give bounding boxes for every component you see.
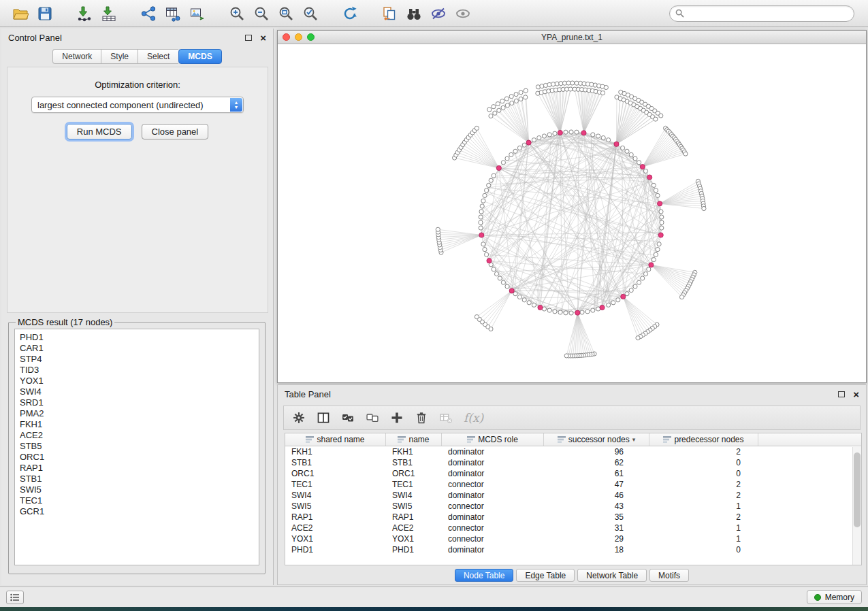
- tab-network-table[interactable]: Network Table: [577, 569, 647, 582]
- table-row[interactable]: FKH1FKH1dominator962: [285, 446, 861, 457]
- mcds-result-item[interactable]: SRD1: [20, 397, 254, 408]
- show-columns-icon[interactable]: [317, 411, 330, 425]
- control-panel: Control Panel × NetworkStyleSelectMCDS O…: [1, 29, 274, 585]
- column-header-successor-nodes[interactable]: successor nodes▾: [544, 433, 649, 446]
- table-row[interactable]: TEC1TEC1connector472: [285, 479, 861, 490]
- open-folder-icon: [12, 5, 29, 22]
- tab-select[interactable]: Select: [138, 49, 178, 64]
- list-icon: [10, 593, 20, 601]
- table-row[interactable]: SWI5SWI5connector431: [285, 501, 861, 512]
- table-row[interactable]: RAP1RAP1dominator352: [285, 512, 861, 523]
- tab-style[interactable]: Style: [101, 49, 138, 64]
- optimization-value: largest connected component (undirected): [37, 100, 204, 110]
- mcds-result-item[interactable]: STB1: [20, 474, 254, 484]
- table-row[interactable]: ACE2ACE2connector311: [285, 523, 861, 533]
- memory-button[interactable]: Memory: [807, 590, 862, 604]
- table-row[interactable]: STB1STB1dominator620: [285, 457, 861, 468]
- column-header-predecessor-nodes[interactable]: predecessor nodes: [649, 433, 758, 446]
- mcds-result-item[interactable]: YOX1: [20, 376, 254, 386]
- zoom-out-button[interactable]: [249, 3, 274, 24]
- close-panel-icon[interactable]: ×: [260, 33, 266, 43]
- refresh-view-button[interactable]: [338, 3, 362, 24]
- search-icon: [675, 9, 684, 18]
- scrollbar-thumb[interactable]: [854, 452, 861, 527]
- duplicate-document-icon: [381, 5, 398, 22]
- mcds-result-item[interactable]: PHD1: [20, 332, 254, 343]
- mcds-result-item[interactable]: GCR1: [20, 506, 254, 517]
- table-panel-title: Table Panel: [285, 389, 331, 399]
- import-network-button[interactable]: [72, 3, 97, 24]
- mcds-result-item[interactable]: SWI4: [20, 386, 254, 397]
- export-image-button[interactable]: [185, 3, 210, 24]
- table-tabs: Node TableEdge TableNetwork TableMotifs: [278, 569, 866, 582]
- sort-icon: [398, 436, 406, 443]
- mcds-result-item[interactable]: CAR1: [20, 343, 254, 354]
- zoom-selected-button[interactable]: [298, 3, 323, 24]
- column-header-name[interactable]: name: [386, 433, 442, 446]
- table-row[interactable]: SWI4SWI4dominator462: [285, 490, 861, 501]
- mcds-result-item[interactable]: ORC1: [20, 452, 254, 463]
- binoculars-icon: [406, 5, 422, 22]
- tab-motifs[interactable]: Motifs: [649, 569, 689, 582]
- hide-selected-button[interactable]: [426, 3, 451, 24]
- save-icon: [37, 5, 53, 22]
- mcds-result-item[interactable]: SWI5: [20, 484, 254, 495]
- add-column-icon[interactable]: [390, 411, 404, 425]
- table-scrollbar[interactable]: [852, 447, 861, 565]
- close-table-panel-icon[interactable]: ×: [853, 389, 859, 399]
- zoom-in-icon: [229, 5, 245, 22]
- mcds-result-item[interactable]: PMA2: [20, 408, 254, 419]
- mcds-result-item[interactable]: ACE2: [20, 430, 254, 441]
- search-input[interactable]: [688, 9, 848, 18]
- column-header-shared-name[interactable]: shared name: [285, 433, 386, 446]
- zoom-fit-button[interactable]: [274, 3, 298, 24]
- mcds-result-item[interactable]: STP4: [20, 354, 254, 365]
- save-session-button[interactable]: [33, 3, 57, 24]
- zoom-fit-icon: [278, 5, 294, 22]
- table-row[interactable]: YOX1YOX1connector291: [285, 533, 861, 544]
- search-box[interactable]: [669, 5, 854, 22]
- control-tabs: NetworkStyleSelectMCDS: [1, 49, 273, 64]
- optimization-select[interactable]: largest connected component (undirected)…: [31, 97, 244, 113]
- close-panel-button[interactable]: Close panel: [142, 124, 209, 139]
- new-network-button[interactable]: [136, 3, 161, 24]
- mcds-result-item[interactable]: RAP1: [20, 463, 254, 474]
- find-button[interactable]: [402, 3, 426, 24]
- memory-label: Memory: [825, 593, 854, 602]
- network-graph[interactable]: [278, 44, 866, 382]
- tab-node-table[interactable]: Node Table: [455, 569, 514, 582]
- task-history-button[interactable]: [6, 591, 24, 604]
- network-window-titlebar[interactable]: YPA_prune.txt_1: [278, 31, 866, 44]
- mcds-result-item[interactable]: TEC1: [20, 495, 254, 506]
- column-header-MCDS-role[interactable]: MCDS role: [442, 433, 544, 446]
- zoom-in-button[interactable]: [225, 3, 249, 24]
- zoom-selected-icon: [302, 5, 319, 22]
- float-table-panel-icon[interactable]: [838, 391, 845, 397]
- table-row[interactable]: PHD1PHD1dominator180: [285, 544, 861, 555]
- tab-mcds[interactable]: MCDS: [178, 49, 221, 64]
- unselect-all-icon[interactable]: [366, 411, 379, 425]
- mcds-result-item[interactable]: TID3: [20, 365, 254, 376]
- import-table-icon: [101, 5, 117, 22]
- network-nodes-icon: [140, 5, 157, 22]
- mcds-result-item[interactable]: STB5: [20, 441, 254, 452]
- open-session-button[interactable]: [8, 3, 33, 24]
- select-all-icon[interactable]: [341, 411, 355, 425]
- tab-edge-table[interactable]: Edge Table: [516, 569, 575, 582]
- run-mcds-button[interactable]: Run MCDS: [67, 124, 132, 139]
- table-row[interactable]: ORC1ORC1dominator610: [285, 468, 861, 479]
- zoom-out-icon: [253, 5, 270, 22]
- mcds-result-list[interactable]: PHD1CAR1STP4TID3YOX1SWI4SRD1PMA2FKH1ACE2…: [14, 329, 259, 565]
- show-all-button[interactable]: [451, 3, 475, 24]
- mcds-result-item[interactable]: FKH1: [20, 419, 254, 430]
- sort-icon: [306, 436, 314, 443]
- clone-style-button[interactable]: [377, 3, 402, 24]
- tab-network[interactable]: Network: [52, 49, 101, 64]
- delete-column-icon[interactable]: [415, 411, 428, 425]
- import-table-button[interactable]: [97, 3, 121, 24]
- import-network-icon: [76, 5, 93, 22]
- network-table-button[interactable]: [161, 3, 185, 24]
- refresh-icon: [342, 5, 358, 22]
- float-panel-icon[interactable]: [245, 35, 252, 41]
- gear-icon[interactable]: [292, 411, 306, 425]
